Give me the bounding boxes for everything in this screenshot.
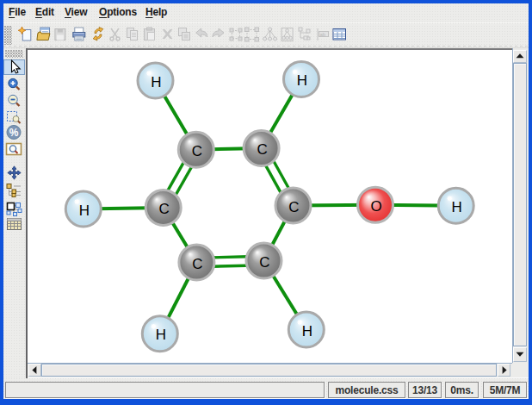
svg-text:H: H [156,327,166,343]
svg-text:ab: ab [320,32,326,37]
svg-text:C: C [288,199,299,215]
svg-text:C: C [259,254,269,271]
svg-text:O: O [370,198,381,215]
svg-text:C: C [159,201,170,217]
svg-text:H: H [302,323,312,340]
svg-text:H: H [297,72,307,89]
svg-text:H: H [452,199,462,215]
svg-text:C: C [192,143,202,159]
svg-text:C: C [257,141,267,158]
svg-text:H: H [79,202,90,219]
svg-text:C: C [192,256,202,272]
svg-text:%: % [9,127,19,139]
svg-text:H: H [151,74,161,90]
